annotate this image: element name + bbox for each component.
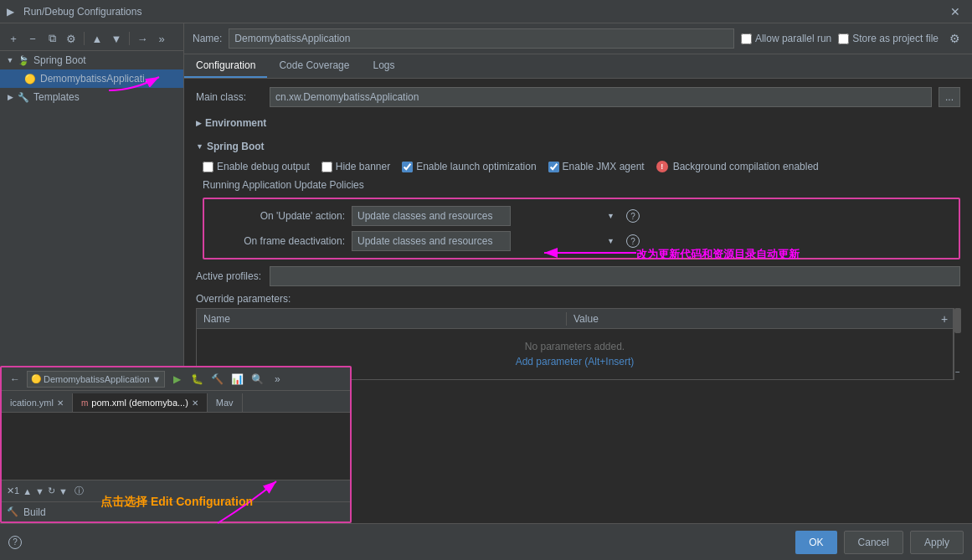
selector-dropdown-icon: ▼ bbox=[152, 374, 162, 384]
active-profiles-input[interactable] bbox=[270, 266, 960, 286]
tab-bar: Configuration Code Coverage Logs bbox=[184, 54, 972, 79]
yml-tab-label: ication.yml bbox=[10, 398, 54, 408]
enable-jmx-label: Enable JMX agent bbox=[563, 161, 645, 172]
move-up-button[interactable]: ▲ bbox=[89, 30, 105, 47]
spring-boot-collapse-arrow: ▼ bbox=[196, 142, 203, 151]
spring-boot-section-header[interactable]: ▼ Spring Boot bbox=[196, 137, 960, 156]
move-button[interactable]: → bbox=[134, 30, 151, 47]
add-param-link[interactable]: Add parameter (Alt+Insert) bbox=[516, 356, 635, 367]
enable-jmx-agent-checkbox[interactable]: Enable JMX agent bbox=[548, 161, 645, 172]
cancel-button[interactable]: Cancel bbox=[844, 531, 903, 554]
info-icon: ⓘ bbox=[75, 485, 84, 497]
counter-badge: ✕1 bbox=[7, 486, 19, 496]
editor-tab-yml[interactable]: ication.yml ✕ bbox=[2, 393, 73, 412]
build-icon: 🔨 bbox=[7, 506, 18, 517]
editor-content-area bbox=[2, 413, 350, 480]
on-deactivation-select[interactable]: Update classes and resources bbox=[352, 231, 511, 251]
editor-toolbar: ← 🟡 DemomybatissApplication ▼ ▶ 🐛 🔨 📊 🔍 … bbox=[2, 367, 350, 391]
table-scrollbar-thumb[interactable] bbox=[954, 308, 961, 333]
on-update-help-icon[interactable]: ? bbox=[626, 209, 640, 223]
remove-config-button[interactable]: − bbox=[24, 30, 41, 47]
allow-parallel-check[interactable] bbox=[741, 33, 752, 44]
enable-launch-label: Enable launch optimization bbox=[416, 161, 536, 172]
move-down-button[interactable]: ▼ bbox=[108, 30, 125, 47]
tab-logs[interactable]: Logs bbox=[361, 54, 406, 78]
coverage-button[interactable]: 📊 bbox=[229, 371, 245, 388]
help-button[interactable]: ? bbox=[8, 536, 22, 549]
up-arrow[interactable]: ▲ bbox=[23, 486, 32, 496]
enable-debug-output-checkbox[interactable]: Enable debug output bbox=[203, 161, 310, 172]
table-scrollbar[interactable]: − bbox=[954, 308, 960, 380]
copy-config-button[interactable]: ⧉ bbox=[44, 30, 60, 47]
more-actions-button[interactable]: » bbox=[269, 371, 285, 388]
down-arrow[interactable]: ▼ bbox=[35, 486, 44, 496]
close-button[interactable]: ✕ bbox=[945, 3, 965, 20]
sidebar-item-label: Spring Boot bbox=[33, 54, 86, 66]
enable-jmx-check[interactable] bbox=[548, 162, 559, 172]
editor-tab-pom[interactable]: m pom.xml (demomyba...) ✕ bbox=[73, 393, 208, 412]
main-class-label: Main class: bbox=[196, 91, 263, 103]
sidebar-item-spring-boot[interactable]: ▼ 🍃 Spring Boot bbox=[0, 51, 183, 69]
warning-icon: ! bbox=[656, 161, 668, 172]
environment-section-header[interactable]: ▶ Environment bbox=[196, 114, 960, 132]
debug-button[interactable]: 🐛 bbox=[188, 371, 205, 388]
sidebar-item-templates[interactable]: ▶ 🔧 Templates bbox=[0, 88, 183, 106]
mav-tab-label: Mav bbox=[216, 398, 234, 408]
build-button[interactable]: 🔨 bbox=[208, 371, 225, 388]
enable-launch-check[interactable] bbox=[402, 162, 413, 172]
on-update-action-row: On 'Update' action: Update classes and r… bbox=[211, 206, 952, 226]
override-params-header: Override parameters: bbox=[196, 293, 960, 305]
on-deactivation-row: On frame deactivation: Update classes an… bbox=[211, 231, 952, 251]
hide-banner-checkbox[interactable]: Hide banner bbox=[321, 161, 390, 172]
tab-configuration[interactable]: Configuration bbox=[184, 54, 267, 78]
pom-tab-label: pom.xml (demomyba...) bbox=[91, 398, 188, 408]
ok-button[interactable]: OK bbox=[795, 531, 836, 554]
add-row-button[interactable]: + bbox=[936, 311, 953, 327]
hide-banner-label: Hide banner bbox=[336, 161, 390, 172]
spring-boot-checkboxes: Enable debug output Hide banner Enable l… bbox=[196, 161, 960, 172]
on-update-select[interactable]: Update classes and resources bbox=[352, 206, 511, 226]
store-project-file-check[interactable] bbox=[838, 33, 849, 44]
store-project-file-checkbox[interactable]: Store as project file bbox=[838, 33, 939, 44]
build-bar: 🔨 Build bbox=[2, 501, 350, 521]
main-class-input[interactable] bbox=[270, 87, 932, 107]
toolbar-separator-2 bbox=[129, 32, 130, 45]
tab-code-coverage[interactable]: Code Coverage bbox=[267, 54, 361, 78]
name-input[interactable] bbox=[229, 28, 734, 49]
title-bar-title: Run/Debug Configurations bbox=[23, 6, 945, 18]
spring-boot-icon: 🍃 bbox=[17, 54, 30, 67]
enable-debug-check[interactable] bbox=[203, 162, 213, 172]
sidebar-item-config[interactable]: 🟡 DemomybatissApplicati... bbox=[0, 69, 183, 88]
more-button[interactable]: » bbox=[153, 30, 170, 47]
enable-launch-optimization-checkbox[interactable]: Enable launch optimization bbox=[402, 161, 536, 172]
pom-tab-close[interactable]: ✕ bbox=[192, 398, 198, 408]
environment-collapse-arrow: ▶ bbox=[196, 119, 202, 127]
refresh-icon[interactable]: ↻ bbox=[48, 486, 55, 496]
main-class-browse-button[interactable]: ... bbox=[939, 87, 960, 107]
dropdown-arrow[interactable]: ▼ bbox=[59, 486, 68, 496]
allow-parallel-checkbox[interactable]: Allow parallel run bbox=[741, 33, 831, 44]
no-params-text: No parameters added. bbox=[525, 341, 625, 352]
editor-tab-mav[interactable]: Mav bbox=[208, 393, 243, 412]
scroll-down-arrow[interactable]: − bbox=[954, 363, 961, 380]
app-config-selector[interactable]: 🟡 DemomybatissApplication ▼ bbox=[27, 371, 165, 388]
apply-button[interactable]: Apply bbox=[910, 531, 964, 554]
run-button[interactable]: ▶ bbox=[168, 371, 185, 388]
sidebar-toolbar: + − ⧉ ⚙ ▲ ▼ → » bbox=[0, 27, 183, 51]
back-button[interactable]: ← bbox=[7, 371, 23, 388]
gear-button[interactable]: ⚙ bbox=[945, 29, 964, 48]
dropdown-highlighted-area: On 'Update' action: Update classes and r… bbox=[203, 198, 960, 259]
profile-button[interactable]: 🔍 bbox=[249, 371, 265, 388]
settings-config-button[interactable]: ⚙ bbox=[63, 30, 80, 47]
update-policies-section: Running Application Update Policies On '… bbox=[203, 179, 960, 259]
environment-section-title: Environment bbox=[205, 117, 266, 129]
app-selector-label: DemomybatissApplication bbox=[44, 374, 150, 384]
table-header: Name Value + bbox=[197, 309, 953, 329]
yml-tab-close[interactable]: ✕ bbox=[57, 398, 64, 408]
hide-banner-check[interactable] bbox=[321, 162, 332, 172]
on-deactivation-help-icon[interactable]: ? bbox=[626, 234, 640, 248]
tree-expand-arrow: ▼ bbox=[5, 55, 15, 65]
on-update-select-wrapper: Update classes and resources bbox=[352, 206, 620, 226]
editor-preview-panel: ← 🟡 DemomybatissApplication ▼ ▶ 🐛 🔨 📊 🔍 … bbox=[0, 366, 352, 523]
add-config-button[interactable]: + bbox=[5, 30, 22, 47]
